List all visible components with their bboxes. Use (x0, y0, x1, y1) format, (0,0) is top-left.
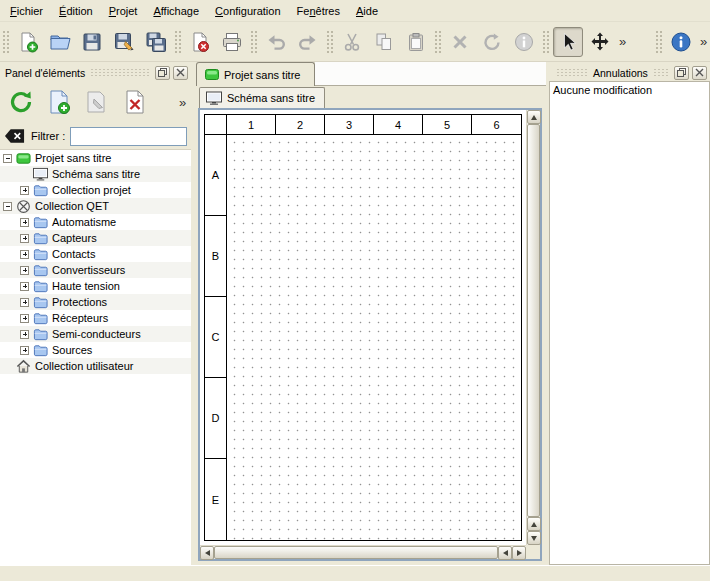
scroll-down-button[interactable] (527, 531, 541, 545)
toolbar-drag-handle[interactable] (434, 29, 441, 55)
close-panel-button[interactable] (173, 66, 188, 80)
menu-projet[interactable]: Projet (101, 0, 146, 21)
tree-item-projet-sans-titre[interactable]: Projet sans titre (0, 150, 191, 166)
toolbar-overflow-icon[interactable] (616, 29, 629, 55)
collapse-icon[interactable] (3, 154, 12, 163)
dock-grip[interactable] (90, 68, 150, 77)
expand-icon[interactable] (20, 282, 29, 291)
arrow-up-icon (531, 115, 537, 120)
tree-item-haute-tension[interactable]: Haute tension (0, 278, 191, 294)
expand-icon[interactable] (20, 346, 29, 355)
paste-button[interactable] (401, 27, 431, 57)
tree-item-schema-sans-titre[interactable]: Schéma sans titre (0, 166, 191, 182)
delete-element-button[interactable] (116, 84, 154, 120)
delete-icon (449, 31, 471, 53)
expand-icon[interactable] (20, 186, 29, 195)
expand-icon[interactable] (20, 218, 29, 227)
new-element-button[interactable] (40, 84, 78, 120)
menu-edition[interactable]: Édition (51, 0, 101, 21)
tree-item-capteurs[interactable]: Capteurs (0, 230, 191, 246)
tree-item-collection-utilisateur[interactable]: Collection utilisateur (0, 358, 191, 374)
expand-icon[interactable] (20, 266, 29, 275)
toolbar-overflow-icon[interactable] (697, 29, 710, 55)
save-button[interactable] (77, 27, 107, 57)
tree-item-sources[interactable]: Sources (0, 342, 191, 358)
vertical-scrollbar[interactable] (526, 110, 540, 545)
print-button[interactable] (217, 27, 247, 57)
cut-button[interactable] (337, 27, 367, 57)
tree-item-collection-projet[interactable]: Collection projet (0, 182, 191, 198)
right-splitter[interactable] (546, 62, 549, 565)
close-panel-button[interactable] (692, 66, 707, 80)
redo-button[interactable] (293, 27, 323, 57)
expand-icon[interactable] (20, 330, 29, 339)
edit-element-button[interactable] (78, 84, 116, 120)
folder-icon (33, 343, 48, 358)
toolbar-drag-handle[interactable] (174, 29, 181, 55)
scroll-left-button[interactable] (200, 546, 214, 560)
toolbar-drag-handle[interactable] (542, 29, 549, 55)
toolbar-drag-handle[interactable] (326, 29, 333, 55)
reload-collections-button[interactable] (2, 84, 40, 120)
new-file-button[interactable] (13, 27, 43, 57)
dock-grip[interactable] (556, 68, 588, 77)
clear-filter-button[interactable] (4, 128, 26, 145)
schema-view[interactable]: 1 2 3 4 5 6 A B C D E (200, 110, 526, 545)
elements-tree[interactable]: Projet sans titre Schéma sans titre Coll… (0, 149, 191, 565)
left-splitter[interactable] (191, 62, 196, 565)
undo-list-item[interactable]: Aucune modification (550, 82, 709, 98)
expand-icon[interactable] (20, 298, 29, 307)
vertical-scrollbar-thumb[interactable] (527, 124, 540, 517)
toolbar-drag-handle[interactable] (655, 29, 662, 55)
properties-button[interactable] (509, 27, 539, 57)
float-panel-button[interactable] (674, 66, 689, 80)
save-all-icon (145, 31, 167, 53)
copy-button[interactable] (369, 27, 399, 57)
scroll-up-button[interactable] (527, 110, 541, 124)
tree-item-contacts[interactable]: Contacts (0, 246, 191, 262)
menu-affichage[interactable]: Affichage (145, 0, 207, 21)
menu-configuration[interactable]: Configuration (207, 0, 288, 21)
menu-fichier[interactable]: Fichier (2, 0, 51, 21)
undo-history-list[interactable]: Aucune modification (549, 81, 710, 565)
expand-icon[interactable] (20, 250, 29, 259)
toolbar-drag-handle[interactable] (2, 29, 9, 55)
close-file-button[interactable] (185, 27, 215, 57)
folder-icon (33, 327, 48, 342)
open-file-button[interactable] (45, 27, 75, 57)
about-qet-button[interactable] (666, 27, 696, 57)
tree-item-convertisseurs[interactable]: Convertisseurs (0, 262, 191, 278)
pan-mode-button[interactable] (585, 27, 615, 57)
expand-icon[interactable] (20, 314, 29, 323)
panel-toolbar-overflow-icon[interactable] (176, 89, 189, 115)
save-as-button[interactable] (109, 27, 139, 57)
tab-schema-sans-titre[interactable]: Schéma sans titre (199, 87, 325, 108)
tree-item-protections[interactable]: Protections (0, 294, 191, 310)
scroll-right-button[interactable] (512, 546, 526, 560)
scroll-up-button[interactable] (527, 517, 541, 531)
rotate-button[interactable] (477, 27, 507, 57)
elements-panel-titlebar[interactable]: Panel d'éléments (0, 64, 191, 81)
collapse-icon[interactable] (3, 202, 12, 211)
tree-item-automatisme[interactable]: Automatisme (0, 214, 191, 230)
menu-aide[interactable]: Aide (348, 0, 386, 21)
filter-input[interactable] (70, 127, 187, 146)
save-all-button[interactable] (141, 27, 171, 57)
float-panel-button[interactable] (155, 66, 170, 80)
undo-button[interactable] (261, 27, 291, 57)
horizontal-scrollbar-thumb[interactable] (214, 546, 498, 559)
tree-item-collection-qet[interactable]: Collection QET (0, 198, 191, 214)
expand-icon[interactable] (20, 234, 29, 243)
select-mode-button[interactable] (553, 27, 583, 57)
delete-button[interactable] (445, 27, 475, 57)
horizontal-scrollbar[interactable] (200, 545, 526, 559)
toolbar-drag-handle[interactable] (250, 29, 257, 55)
tree-item-recepteurs[interactable]: Récepteurs (0, 310, 191, 326)
scroll-left-button[interactable] (498, 546, 512, 560)
dock-grip[interactable] (653, 68, 669, 77)
drawing-canvas[interactable] (227, 135, 521, 540)
tab-projet-sans-titre[interactable]: Projet sans titre (196, 62, 315, 86)
menu-fenetres[interactable]: Fenêtres (289, 0, 348, 21)
undo-panel-titlebar[interactable]: Annulations (549, 64, 710, 81)
tree-item-semi-conducteurs[interactable]: Semi-conducteurs (0, 326, 191, 342)
